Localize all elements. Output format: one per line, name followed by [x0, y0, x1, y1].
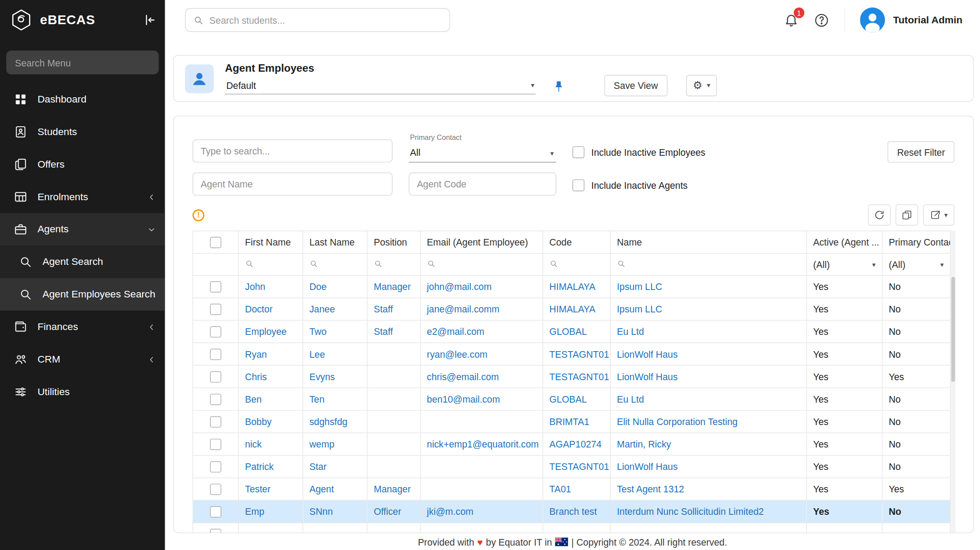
cell-email[interactable]: e2@mail.com — [427, 326, 484, 337]
row-checkbox[interactable] — [210, 281, 221, 293]
user-menu[interactable]: Tutorial Admin — [860, 7, 962, 33]
save-view-button[interactable]: Save View — [604, 75, 667, 96]
cell-name[interactable]: Martin, Ricky — [617, 439, 671, 449]
cell-position[interactable]: Manager — [374, 281, 411, 292]
cell-first-name[interactable]: John — [245, 281, 265, 292]
cell-code[interactable]: TESTAGNT01 — [549, 371, 609, 382]
cell-code[interactable]: HIMALAYA — [549, 304, 596, 314]
cell-last-name[interactable]: SNnn — [309, 506, 333, 517]
table-row[interactable]: Ryan Lee ryan@lee.com TESTAGNT01 LionWol… — [193, 343, 951, 365]
include-inactive-agents[interactable]: Include Inactive Agents — [572, 180, 688, 191]
cell-name[interactable]: Elit Nulla Corporation Testing — [617, 416, 737, 427]
row-checkbox[interactable] — [210, 484, 221, 495]
column-header[interactable]: Code — [543, 231, 610, 253]
cell-code[interactable]: BRIMTA1 — [549, 416, 589, 427]
cell-email[interactable]: jki@m.com — [427, 506, 474, 517]
row-checkbox[interactable] — [210, 529, 221, 533]
cell-first-name[interactable]: Employee — [245, 326, 287, 337]
cell-first-name[interactable]: Patrick — [245, 461, 274, 472]
cell-email[interactable]: ben10@mail.com — [427, 394, 500, 404]
cell-last-name[interactable]: sdghsfdg — [309, 416, 347, 427]
cell-first-name[interactable]: Bobby — [245, 416, 272, 427]
table-row[interactable]: Chris Evyns chris@email.com TESTAGNT01 L… — [193, 365, 951, 388]
cell-name[interactable]: Ipsum LLC — [617, 281, 662, 292]
last-name-filter[interactable] — [303, 253, 367, 275]
column-header[interactable]: Email (Agent Employee) — [420, 231, 543, 253]
sidebar-search-input[interactable] — [6, 51, 158, 74]
column-header[interactable]: First Name — [239, 231, 303, 253]
column-header[interactable]: Position — [367, 231, 420, 253]
cell-email[interactable]: nick+emp1@equatorit.com — [427, 439, 539, 449]
email-filter[interactable] — [420, 253, 543, 275]
cell-name[interactable]: LionWolf Haus — [617, 349, 678, 359]
cell-code[interactable]: TA01 — [549, 484, 571, 494]
cell-first-name[interactable]: Doctor — [245, 304, 273, 314]
agent-name-input[interactable] — [192, 172, 392, 196]
cell-name[interactable]: LionWolf Haus — [617, 461, 678, 472]
include-inactive-agents-checkbox[interactable] — [572, 180, 584, 191]
export-button[interactable]: ▾ — [923, 204, 954, 225]
table-row[interactable]: Ben Ten ben10@mail.com GLOBAL Eu Ltd Yes… — [193, 388, 951, 410]
sidebar-item-students[interactable]: Students — [0, 116, 165, 148]
active-filter[interactable]: (All)▾ — [807, 253, 882, 275]
primary-contact-select[interactable]: Primary Contact All ▾ — [409, 134, 556, 162]
cell-first-name[interactable]: Emp — [245, 506, 265, 517]
cell-last-name[interactable]: Lee — [309, 349, 325, 359]
cell-code[interactable]: HIMALAYA — [549, 281, 596, 292]
row-checkbox[interactable] — [210, 394, 221, 405]
row-checkbox[interactable] — [210, 304, 221, 315]
cell-first-name[interactable]: Chris — [245, 371, 267, 382]
cell-last-name[interactable]: wemp — [309, 439, 335, 449]
cell-name[interactable]: Eu Ltd — [617, 326, 644, 337]
cell-name[interactable]: LionWolf Haus — [617, 371, 678, 382]
name-filter[interactable] — [610, 253, 807, 275]
cell-last-name[interactable]: Agent — [309, 484, 334, 494]
column-header[interactable]: Active (Agent ... — [807, 231, 882, 253]
reset-filter-button[interactable]: Reset Filter — [888, 141, 954, 162]
cell-last-name[interactable]: Evyns — [309, 371, 335, 382]
row-checkbox[interactable] — [210, 416, 221, 428]
cell-email[interactable]: jane@mail.comm — [427, 304, 500, 314]
row-checkbox[interactable] — [210, 461, 221, 473]
sidebar-item-agent-employees-search[interactable]: Agent Employees Search — [0, 278, 165, 311]
settings-button[interactable]: ⚙ ▾ — [686, 75, 717, 96]
refresh-button[interactable] — [868, 204, 891, 225]
cell-first-name[interactable]: Ben — [245, 394, 262, 404]
cell-email[interactable]: chris@email.com — [427, 371, 499, 382]
row-checkbox[interactable] — [210, 506, 221, 518]
sidebar-item-agents[interactable]: Agents — [0, 213, 165, 246]
cell-name[interactable]: Test Agent 1312 — [617, 484, 684, 494]
table-row[interactable]: Tester Agent Manager TA01 Test Agent 131… — [193, 478, 951, 500]
cell-last-name[interactable]: Two — [309, 326, 327, 337]
cell-last-name[interactable]: Janee — [309, 304, 335, 314]
position-filter[interactable] — [367, 253, 420, 275]
cell-code[interactable]: GLOBAL — [549, 326, 587, 337]
include-inactive-employees-checkbox[interactable] — [572, 146, 584, 158]
code-filter[interactable] — [543, 253, 610, 275]
column-header[interactable]: Primary Contact — [882, 231, 951, 253]
table-row[interactable] — [193, 523, 951, 533]
cell-code[interactable]: AGAP10274 — [549, 439, 601, 449]
cell-position[interactable]: Officer — [374, 506, 401, 517]
cell-email[interactable]: ryan@lee.com — [427, 349, 488, 359]
cell-last-name[interactable]: Star — [309, 461, 327, 472]
student-search[interactable] — [185, 8, 450, 32]
cell-position[interactable]: Manager — [374, 484, 411, 494]
copy-button[interactable] — [895, 204, 918, 225]
sidebar-item-dashboard[interactable]: Dashboard — [0, 83, 165, 116]
pin-icon[interactable] — [552, 80, 566, 93]
notifications-button[interactable]: 1 — [784, 12, 799, 27]
vertical-scrollbar[interactable] — [951, 231, 955, 533]
student-search-input[interactable] — [210, 15, 442, 25]
cell-code[interactable]: TESTAGNT01 — [549, 349, 609, 359]
primary-contact-filter[interactable]: (All)▾ — [882, 253, 951, 275]
column-header[interactable]: Last Name — [303, 231, 367, 253]
table-row[interactable]: Patrick Star TESTAGNT01 LionWolf Haus Ye… — [193, 455, 951, 478]
sidebar-item-offers[interactable]: Offers — [0, 148, 165, 181]
sidebar-item-agent-search[interactable]: Agent Search — [0, 246, 165, 278]
cell-name[interactable]: Interdum Nunc Sollicitudin Limited2 — [617, 506, 764, 517]
sidebar-collapse-icon[interactable] — [143, 13, 156, 27]
cell-name[interactable]: Eu Ltd — [617, 394, 644, 404]
row-checkbox[interactable] — [210, 439, 221, 450]
table-row[interactable]: Doctor Janee Staff jane@mail.comm HIMALA… — [193, 298, 951, 320]
